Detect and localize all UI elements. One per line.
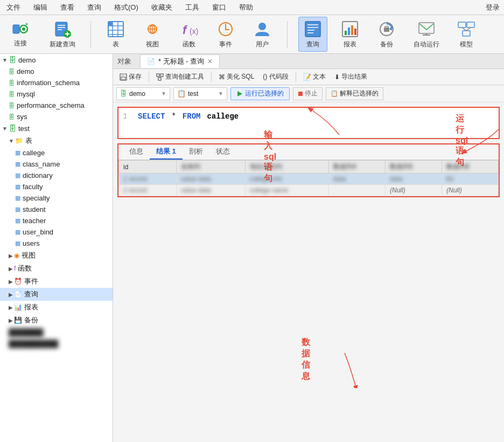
sidebar-item-student[interactable]: ▦ student [0,204,113,215]
result-panel: 信息 结果 1 剖析 状态 id 名称列 地址信息列 数据列4 数 [117,143,500,197]
qtool-divider2 [211,72,212,82]
arrow-views: ▶ [9,253,13,259]
text-button[interactable]: 📝 文本 [300,71,329,82]
sidebar-item-info-schema[interactable]: 🗄 information_schema [0,77,113,88]
db-selector-2[interactable]: 📋 test ▼ [173,87,227,100]
tab-object[interactable]: 对象 [117,57,131,66]
result-tab-info[interactable]: 信息 [123,144,150,160]
user-button[interactable]: 用户 [248,17,276,51]
table-icon [106,19,125,39]
table-callege-icon: ▦ [15,149,20,156]
menu-favorites[interactable]: 收藏夹 [149,2,174,13]
backup-folder-icon: 💾 [14,316,22,324]
result-tab-profile[interactable]: 剖析 [183,144,209,160]
sidebar-label-reports: 报表 [24,302,38,312]
sidebar-item-demo[interactable]: ▼ 🗄 demo [0,54,113,66]
sidebar-label-faculty: faculty [23,183,43,191]
arrow-test: ▼ [2,126,8,132]
db1-label: demo [129,90,145,98]
view-button[interactable]: 视图 [138,17,166,51]
backup-button[interactable]: 备份 [373,17,401,51]
sidebar-label-users: users [23,239,40,247]
autorun-button[interactable]: 自动运行 [409,17,444,51]
db-test-icon: 🗄 [9,124,16,133]
menu-view[interactable]: 查看 [58,2,76,13]
menu-file[interactable]: 文件 [4,2,23,13]
db1-arrow: ▼ [161,91,166,96]
sidebar-item-callege[interactable]: ▦ callege [0,147,113,158]
svg-text:f: f [183,23,188,37]
sidebar-label-backup: 备份 [24,315,38,325]
svg-rect-18 [108,22,113,26]
svg-line-48 [466,27,471,31]
table-button[interactable]: 表 [102,17,130,51]
menu-window[interactable]: 窗口 [210,2,228,13]
menu-format[interactable]: 格式(O) [112,2,141,13]
sidebar-item-teacher[interactable]: ▦ teacher [0,215,113,226]
sidebar-item-reports-folder[interactable]: ▶ 📊 报表 [0,301,113,314]
sidebar-item-blurred2[interactable]: ██████████ [0,338,113,349]
sidebar-item-users[interactable]: ▦ users [0,238,113,249]
sidebar-item-events-folder[interactable]: ▶ ⏰ 事件 [0,275,113,288]
sidebar-item-blurred1[interactable]: ███████ [0,327,113,338]
tab-query[interactable]: 📄 * 无标题 - 查询 ✕ [140,54,220,68]
col-header-2: 名称列 [177,161,245,174]
db-selector-1[interactable]: 🗄 demo ▼ [116,87,170,100]
sidebar-item-perf-schema[interactable]: 🗄 performance_schema [0,100,113,111]
menu-edit[interactable]: 编辑 [31,2,50,13]
menu-query[interactable]: 查询 [85,2,103,13]
text-icon: 📝 [303,73,311,81]
sidebar-item-faculty[interactable]: ▦ faculty [0,181,113,192]
tab-query-label: * 无标题 - 查询 [158,57,204,66]
sidebar-label-student: student [23,205,46,213]
result-tab-status[interactable]: 状态 [209,144,236,160]
sidebar-item-queries-folder[interactable]: ▶ 📄 查询 [0,288,113,301]
table-row[interactable]: 1 record value data callege info data da… [119,174,499,185]
report-icon [340,19,360,39]
connect-button[interactable]: + 连接 [4,18,37,50]
cell-id-2: 2 record [119,185,177,196]
func-button[interactable]: f (x) 函数 [175,17,203,51]
sql-editor[interactable]: 1 SELECT * FROM callege [117,107,500,139]
sidebar-item-dictionary[interactable]: ▦ dictionary [0,170,113,181]
stop-button[interactable]: 停止 [293,87,323,100]
sidebar-item-test[interactable]: ▼ 🗄 test [0,122,113,134]
snippet-button[interactable]: () 代码段 [260,71,291,82]
sidebar-item-user-bind[interactable]: ▦ user_bind [0,226,113,238]
qtool-divider1 [149,72,149,82]
sidebar-item-views-folder[interactable]: ▶ ◉ 视图 [0,249,113,262]
export-button[interactable]: ⬇ 导出结果 [331,71,370,82]
annotation-data-label: 数据信息 [302,337,310,382]
report-button[interactable]: 报表 [336,17,364,51]
new-query-button[interactable]: 新建查询 [45,17,80,51]
sql-line-number: 1 [123,112,131,121]
query-builder-button[interactable]: 查询创建工具 [153,71,207,82]
svg-text:+: + [25,22,28,27]
sql-keyword-select: SELECT [138,112,165,121]
svg-rect-27 [305,22,320,37]
explain-button[interactable]: 📋 解释已选择的 [326,87,383,100]
sidebar-item-tables-folder[interactable]: ▼ 📁 表 [0,134,113,147]
result-tab-result1[interactable]: 结果 1 [150,144,183,160]
sidebar-item-backup-folder[interactable]: ▶ 💾 备份 [0,314,113,327]
backup-icon [377,19,396,39]
run-button[interactable]: 运行已选择的 [230,87,290,100]
model-button[interactable]: 模型 [452,17,480,51]
sidebar-item-demo-db[interactable]: 🗄 demo [0,66,113,77]
login-button[interactable]: 登录 [486,3,500,12]
connect-label: 连接 [14,39,27,48]
sidebar-item-class-name[interactable]: ▦ class_name [0,158,113,170]
save-button[interactable]: 保存 [116,71,145,82]
table-row[interactable]: 2 record value data college name (Null) … [119,185,499,196]
beautify-button[interactable]: ⌘ 美化 SQL [215,71,257,82]
tab-close-button[interactable]: ✕ [207,58,213,65]
sidebar-item-funcs-folder[interactable]: ▶ f 函数 [0,262,113,275]
query-button[interactable]: 查询 [298,17,327,52]
sidebar-item-sys[interactable]: 🗄 sys [0,111,113,122]
sidebar-item-mysql[interactable]: 🗄 mysql [0,88,113,100]
sidebar-item-specialty[interactable]: ▦ specialty [0,192,113,204]
menu-tools[interactable]: 工具 [183,2,201,13]
toolbar-divider-2 [287,21,288,48]
event-button[interactable]: 事件 [212,17,240,51]
menu-help[interactable]: 帮助 [237,2,255,13]
